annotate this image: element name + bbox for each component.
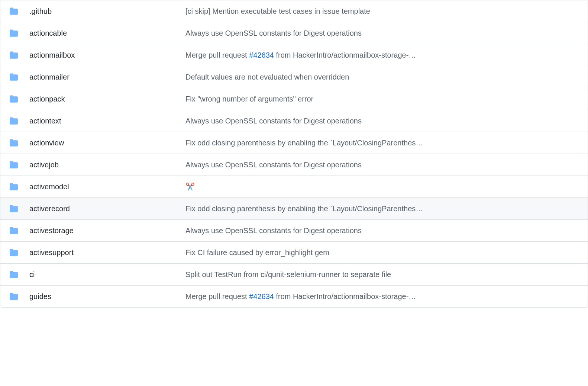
commit-message[interactable]: Always use OpenSSL constants for Digest … — [185, 159, 579, 170]
file-name[interactable]: ci — [29, 269, 185, 280]
commit-message[interactable]: ✂️ — [185, 181, 579, 192]
commit-text-suffix: from HackerIntro/actionmailbox-storage-… — [274, 292, 416, 300]
folder-icon-wrap — [9, 139, 20, 147]
file-row[interactable]: actionmailboxMerge pull request #42634 f… — [0, 44, 588, 66]
commit-text-prefix: Always use OpenSSL constants for Digest … — [185, 29, 362, 37]
folder-icon-wrap — [9, 248, 20, 257]
commit-text-prefix: Always use OpenSSL constants for Digest … — [185, 117, 362, 125]
file-row[interactable]: actionmailerDefault values are not evalu… — [0, 66, 588, 88]
commit-text-prefix: Fix "wrong number of arguments" error — [185, 95, 313, 103]
commit-message[interactable]: Fix CI failure caused by error_highlight… — [185, 247, 579, 258]
file-row[interactable]: activemodel✂️ — [0, 176, 588, 198]
folder-icon — [9, 292, 18, 300]
commit-message[interactable]: [ci skip] Mention executable test cases … — [185, 6, 579, 17]
commit-message[interactable]: Fix odd closing parenthesis by enabling … — [185, 137, 579, 148]
file-row[interactable]: activerecordFix odd closing parenthesis … — [0, 198, 588, 220]
folder-icon — [9, 139, 18, 147]
commit-text-prefix: Fix odd closing parenthesis by enabling … — [185, 205, 423, 213]
file-name[interactable]: activerecord — [29, 203, 185, 214]
folder-icon-wrap — [9, 292, 20, 300]
file-name[interactable]: actionmailer — [29, 71, 185, 83]
commit-text-prefix: Merge pull request — [185, 51, 249, 59]
pr-link[interactable]: #42634 — [249, 51, 274, 59]
folder-icon-wrap — [9, 29, 20, 37]
file-name[interactable]: actiontext — [29, 115, 185, 126]
commit-message[interactable]: Fix odd closing parenthesis by enabling … — [185, 203, 579, 214]
folder-icon — [9, 117, 18, 125]
commit-text-prefix: Always use OpenSSL constants for Digest … — [185, 161, 362, 169]
folder-icon-wrap — [9, 270, 20, 279]
file-name[interactable]: activejob — [29, 159, 185, 170]
commit-text-prefix: Default values are not evaluated when ov… — [185, 73, 349, 81]
file-name[interactable]: activestorage — [29, 225, 185, 236]
folder-icon-wrap — [9, 95, 20, 103]
folder-icon-wrap — [9, 117, 20, 125]
file-row[interactable]: activestorageAlways use OpenSSL constant… — [0, 220, 588, 242]
file-name[interactable]: actioncable — [29, 28, 185, 39]
commit-text-prefix: Fix odd closing parenthesis by enabling … — [185, 139, 423, 147]
folder-icon — [9, 95, 18, 103]
folder-icon-wrap — [9, 205, 20, 213]
file-row[interactable]: ciSplit out TestRun from ci/qunit-seleni… — [0, 264, 588, 286]
file-name[interactable]: actionview — [29, 137, 185, 148]
folder-icon-wrap — [9, 161, 20, 169]
folder-icon — [9, 205, 18, 213]
commit-message[interactable]: Fix "wrong number of arguments" error — [185, 93, 579, 104]
folder-icon — [9, 270, 18, 279]
folder-icon — [9, 29, 18, 37]
commit-text-prefix: Always use OpenSSL constants for Digest … — [185, 226, 362, 235]
folder-icon — [9, 161, 18, 169]
commit-message[interactable]: Default values are not evaluated when ov… — [185, 71, 579, 83]
commit-message[interactable]: Always use OpenSSL constants for Digest … — [185, 115, 579, 126]
commit-text-suffix: from HackerIntro/actionmailbox-storage-… — [274, 51, 416, 59]
file-list: .github[ci skip] Mention executable test… — [0, 0, 588, 308]
commit-message[interactable]: Always use OpenSSL constants for Digest … — [185, 225, 579, 236]
folder-icon — [9, 248, 18, 257]
folder-icon-wrap — [9, 226, 20, 235]
file-name[interactable]: actionmailbox — [29, 49, 185, 61]
folder-icon-wrap — [9, 51, 20, 59]
file-name[interactable]: activemodel — [29, 181, 185, 192]
file-name[interactable]: actionpack — [29, 93, 185, 104]
pr-link[interactable]: #42634 — [249, 292, 274, 300]
commit-text-prefix: Merge pull request — [185, 292, 249, 300]
folder-icon-wrap — [9, 183, 20, 191]
folder-icon-wrap — [9, 73, 20, 81]
folder-icon — [9, 51, 18, 59]
folder-icon — [9, 7, 18, 15]
folder-icon — [9, 73, 18, 81]
file-row[interactable]: actionviewFix odd closing parenthesis by… — [0, 132, 588, 154]
file-row[interactable]: activesupportFix CI failure caused by er… — [0, 242, 588, 264]
commit-text-prefix: Split out TestRun from ci/qunit-selenium… — [185, 270, 391, 279]
file-row[interactable]: actionpackFix "wrong number of arguments… — [0, 88, 588, 110]
commit-text-prefix: ✂️ — [185, 183, 195, 191]
folder-icon — [9, 226, 18, 235]
commit-message[interactable]: Merge pull request #42634 from HackerInt… — [185, 49, 579, 61]
commit-text-prefix: [ci skip] Mention executable test cases … — [185, 7, 370, 15]
file-row[interactable]: .github[ci skip] Mention executable test… — [0, 0, 588, 22]
file-name[interactable]: guides — [29, 291, 185, 302]
file-name[interactable]: .github — [29, 6, 185, 17]
file-row[interactable]: guidesMerge pull request #42634 from Hac… — [0, 286, 588, 307]
commit-text-prefix: Fix CI failure caused by error_highlight… — [185, 248, 329, 257]
commit-message[interactable]: Split out TestRun from ci/qunit-selenium… — [185, 269, 579, 280]
file-name[interactable]: activesupport — [29, 247, 185, 258]
file-row[interactable]: actiontextAlways use OpenSSL constants f… — [0, 110, 588, 132]
folder-icon — [9, 183, 18, 191]
folder-icon-wrap — [9, 7, 20, 15]
file-row[interactable]: actioncableAlways use OpenSSL constants … — [0, 22, 588, 44]
file-row[interactable]: activejobAlways use OpenSSL constants fo… — [0, 154, 588, 176]
commit-message[interactable]: Always use OpenSSL constants for Digest … — [185, 28, 579, 39]
commit-message[interactable]: Merge pull request #42634 from HackerInt… — [185, 291, 579, 302]
